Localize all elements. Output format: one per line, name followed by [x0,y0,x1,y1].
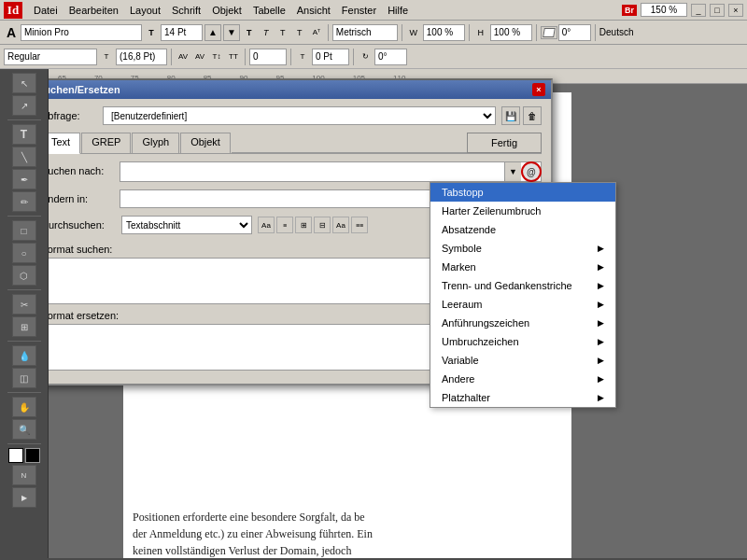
tool-eyedropper[interactable]: 💧 [12,345,36,366]
dropdown-item-tabstopp[interactable]: Tabstopp [430,183,615,202]
size2-input[interactable] [116,49,167,65]
size-down-button[interactable]: ▼ [223,24,240,41]
tool-sep-4 [7,341,41,342]
menu-hilfe[interactable]: Hilfe [382,3,414,18]
icon-1[interactable]: ⊞ [295,217,312,233]
menu-tabelle[interactable]: Tabelle [247,3,291,18]
special-t-icon: Aᵀ [309,25,324,40]
dialog-close-button[interactable]: × [532,83,545,96]
tool-pen[interactable]: ✒ [12,169,36,189]
dropdown-item-harter-zeilenumbruch[interactable]: Harter Zeilenumbruch [430,202,615,220]
baseline-value[interactable] [312,49,349,65]
icon-3[interactable]: Aa [332,217,349,233]
size-up-button[interactable]: ▲ [204,24,221,41]
dropdown-item-absatzende[interactable]: Absatzende [430,220,615,239]
tab-grep[interactable]: GREP [81,133,131,153]
dropdown-item-andere[interactable]: Andere ▶ [430,370,615,388]
dropdown-item-variable[interactable]: Variable ▶ [430,351,615,370]
height-input[interactable] [490,24,532,41]
search-dropdown-button[interactable]: ▼ [504,161,521,182]
kern-value[interactable] [249,49,287,65]
menu-objekt[interactable]: Objekt [206,3,247,18]
tab-objekt[interactable]: Objekt [180,133,231,153]
tool-sep-3 [7,289,41,290]
tool-line[interactable]: ╲ [12,147,36,167]
menu-bearbeiten[interactable]: Bearbeiten [63,3,124,18]
icon-2[interactable]: ⊟ [314,217,331,233]
menu-datei[interactable]: Datei [28,3,63,18]
maximize-button[interactable]: □ [710,4,725,17]
rotate-value[interactable] [374,49,407,65]
menu-ansicht[interactable]: Ansicht [291,3,336,18]
dropdown-item-leeraum[interactable]: Leeraum ▶ [430,295,615,314]
width-input[interactable] [423,24,465,41]
dropdown-item-marken[interactable]: Marken ▶ [430,258,615,276]
close-button[interactable]: × [728,4,743,17]
tools-panel: ↖ ↗ T ╲ ✒ ✏ □ ○ ⬡ ✂ ⊞ 💧 ◫ ✋ 🔍 N ▶ [0,69,49,558]
tool-rect[interactable]: □ [12,220,36,241]
abfrage-select[interactable]: [Benutzerdefiniert] [103,106,496,125]
suchen-input[interactable] [120,161,542,182]
tab-text[interactable]: Text [49,133,80,154]
dropdown-arrow-andere: ▶ [598,374,604,384]
tool-scissors[interactable]: ✂ [12,294,36,315]
dropdown-item-umbruchzeichen[interactable]: Umbruchzeichen ▶ [430,332,615,351]
tool-hand[interactable]: ✋ [12,397,36,417]
suchen-nach-row: Suchen nach: ▼ Tabstopp [49,161,542,182]
w-icon: W [406,25,421,40]
menubar: Id Datei Bearbeiten Layout Schrift Objek… [0,0,747,21]
tool-poly[interactable]: ⬡ [12,265,36,286]
style-input[interactable] [4,49,97,65]
dropdown-item-trenn[interactable]: Trenn- und Gedankenstriche ▶ [430,276,615,295]
font-size-input[interactable] [161,24,203,41]
tool-icon-a: A [4,25,19,40]
dropdown-item-symbole[interactable]: Symbole ▶ [430,239,615,258]
menu-schrift[interactable]: Schrift [166,3,206,18]
t-small-icon: T [99,49,114,64]
tool-select[interactable]: ↖ [12,73,36,93]
durchsuchen-select[interactable]: Textabschnitt [121,216,252,234]
fill-color[interactable] [8,448,23,463]
tool-mode-preview[interactable]: ▶ [12,487,36,508]
dropdown-item-anfuehrungszeichen[interactable]: Anführungszeichen ▶ [430,314,615,332]
tool-free-transform[interactable]: ⊞ [12,316,36,337]
dialog-title: Suchen/Ersetzen [49,84,120,95]
abfrage-save-button[interactable]: 💾 [501,106,520,125]
tab-glyph[interactable]: Glyph [132,133,179,153]
search-special-char-button[interactable] [521,161,542,182]
minimize-button[interactable]: _ [691,4,706,17]
shear-input[interactable] [558,24,591,41]
tool-gradient[interactable]: ◫ [12,368,36,388]
dropdown-arrow-umbruchzeichen: ▶ [598,337,604,346]
dropdown-arrow-symbole: ▶ [598,244,604,253]
stroke-color[interactable] [25,448,40,463]
menu-fenster[interactable]: Fenster [336,3,382,18]
search-buttons: ▼ [504,161,542,182]
durchsuchen-icons: Aa ≡ ⊞ ⊟ Aa ≡≡ [258,217,368,233]
baseline-icon: T [295,49,310,64]
tool-pencil[interactable]: ✏ [12,191,36,212]
font-name-input[interactable] [21,24,142,41]
whole-word-btn[interactable]: ≡ [276,217,293,233]
tool-mode-normal[interactable]: N [12,465,36,485]
abfrage-delete-button[interactable]: 🗑 [523,106,542,125]
icon-4[interactable]: ≡≡ [351,217,368,233]
dropdown-arrow-trenn: ▶ [598,281,604,290]
tool-type[interactable]: T [12,124,36,145]
h-icon: H [473,25,488,40]
dropdown-item-platzhalter[interactable]: Platzhalter ▶ [430,388,615,407]
separator-t2-4 [353,49,354,65]
menu-layout[interactable]: Layout [124,3,166,18]
case-sensitive-btn[interactable]: Aa [258,217,275,233]
dropdown-arrow-platzhalter: ▶ [598,393,604,402]
tool-direct-select[interactable]: ↗ [12,95,36,116]
unit-select[interactable] [332,24,398,41]
fertig-button[interactable]: Fertig [467,133,542,153]
tool-zoom[interactable]: 🔍 [12,419,36,440]
tool-ellipse[interactable]: ○ [12,243,36,263]
t-icon-4: T [292,25,307,40]
zoom-level[interactable]: 150 % [641,3,687,17]
font-icon: T [144,25,159,40]
br-badge[interactable]: Br [622,5,637,16]
suchen-ersetzen-dialog: Suchen/Ersetzen × Abfrage: [Benutzerdefi… [49,78,553,385]
